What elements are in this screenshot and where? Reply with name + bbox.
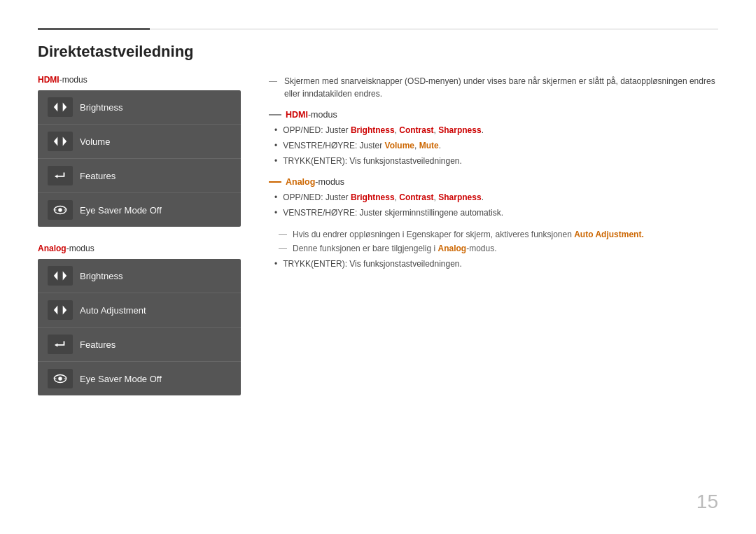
hdmi-bullet-1: OPP/NED: Juster Brightness, Contrast, Sh… [274,124,718,137]
analog-bullet-list: OPP/NED: Juster Brightness, Contrast, Sh… [274,191,718,220]
analog-auto-text: VENSTRE/HØYRE: Juster skjerminnstillinge… [283,206,503,220]
analog-bullet-2: VENSTRE/HØYRE: Juster skjerminnstillinge… [274,206,718,220]
eyesaver-icon-bg [48,200,73,220]
analog-brightness-label: Brightness [80,271,122,281]
hdmi-bullet-list: OPP/NED: Juster Brightness, Contrast, Sh… [274,124,718,169]
svg-marker-3 [63,137,67,146]
auto-adjustment-text: Auto Adjustment. [574,230,644,239]
right-analog-highlight: Analog [286,177,315,187]
svg-marker-13 [55,343,58,347]
top-note: — Skjermen med snarveisknapper (OSD-meny… [269,75,718,100]
sharpness-text: Sharpness [438,125,481,135]
hdmi-brightness-item: Brightness [38,90,241,125]
divider-light [150,29,718,29]
hdmi-volume-label: Volume [80,136,110,147]
analog-brightness-item: Brightness [38,259,241,293]
svg-point-15 [58,377,62,381]
sub-note-1: — Hvis du endrer oppløsningen i Egenskap… [279,228,718,241]
arrow-lr-icon3 [52,269,68,282]
page-number: 15 [696,491,718,513]
analog-enter-text: TRYKK(ENTER): Vis funksjonstastveilednin… [283,258,462,271]
analog-sharpness-text: Sharpness [438,192,481,202]
last-bullet-list: TRYKK(ENTER): Vis funksjonstastveilednin… [274,258,718,271]
analog-brightness-text: Brightness [351,192,395,202]
analog-eyesaver-label: Eye Saver Mode Off [80,374,162,384]
analog-brightness-icon-bg [48,266,73,286]
arrow-lr-icon2 [52,135,68,148]
analog-mode-dash [269,181,281,183]
analog-contrast-text: Contrast [399,192,433,202]
hdmi-eyesaver-item: Eye Saver Mode Off [38,193,241,227]
analog-eyesaver-icon-bg [48,369,73,388]
right-hdmi-mode-label: HDMI-modus [269,110,718,120]
enter-icon2 [52,338,68,351]
hdmi-brightness-label: Brightness [80,102,122,113]
hdmi-menu-box: Brightness Volume [38,90,241,227]
right-hdmi-highlight: HDMI [286,110,308,120]
volume-text: Volume [385,141,414,150]
volume-icon-bg [48,132,73,151]
svg-marker-0 [54,103,58,112]
content-layout: HDMI-modus Brightness [38,75,718,412]
right-analog-mode-label: Analog-modus [269,177,718,187]
svg-marker-10 [63,272,67,281]
analog-bullet-1: OPP/NED: Juster Brightness, Contrast, Sh… [274,191,718,204]
page-container: Direktetastveiledning HDMI-modus Bright [0,0,756,534]
analog-mode-label: Analog-modus [38,244,241,253]
right-analog-suffix: -modus [315,177,344,187]
svg-marker-12 [63,306,67,315]
top-dividers [38,28,718,30]
hdmi-features-item: Features [38,159,241,193]
right-hdmi-suffix: -modus [308,110,337,120]
sub-note-2: — Denne funksjonen er bare tilgjengelig … [279,242,718,255]
contrast-text: Contrast [399,125,433,135]
hdmi-volume-item: Volume [38,125,241,159]
analog-last-bullet: TRYKK(ENTER): Vis funksjonstastveilednin… [274,258,718,271]
hdmi-bullet-3: TRYKK(ENTER): Vis funksjonstastveilednin… [274,155,718,168]
analog-autoadj-label: Auto Adjustment [80,305,146,316]
analog-features-item: Features [38,328,241,362]
analog-eyesaver-item: Eye Saver Mode Off [38,362,241,395]
sub-dash-2: — [279,242,293,255]
hdmi-mode-label: HDMI-modus [38,75,241,85]
svg-marker-4 [55,174,58,178]
eye-icon2 [52,372,68,385]
hdmi-features-label: Features [80,171,115,181]
sub-dash-1: — [279,228,293,241]
analog-menu-box: Brightness Auto Adjustment [38,259,241,395]
svg-marker-9 [54,272,58,281]
right-column: — Skjermen med snarveisknapper (OSD-meny… [269,75,718,412]
hdmi-highlight: HDMI [38,75,59,85]
hdmi-enter-text: TRYKK(ENTER): Vis funksjonstastveilednin… [283,155,462,168]
analog-highlight: Analog [38,244,66,253]
arrow-lr-icon [52,101,68,113]
svg-marker-2 [54,137,58,146]
top-note-dash: — [269,75,281,87]
analog-ref-text: Analog [438,244,466,253]
top-note-text: Skjermen med snarveisknapper (OSD-menyen… [284,75,718,100]
analog-features-icon-bg [48,335,73,354]
left-column: HDMI-modus Brightness [38,75,241,412]
brightness-text: Brightness [351,125,395,135]
svg-point-6 [58,208,62,212]
hdmi-eyesaver-label: Eye Saver Mode Off [80,205,162,216]
hdmi-mode-dash [269,114,281,115]
arrow-lr-icon4 [52,304,68,316]
brightness-icon-bg [48,97,73,117]
svg-marker-11 [54,306,58,315]
analog-autoadj-item: Auto Adjustment [38,293,241,328]
analog-features-label: Features [80,339,115,350]
mute-text: Mute [419,141,439,150]
page-title: Direktetastveiledning [38,43,718,61]
divider-dark [38,28,150,30]
features-icon-bg [48,166,73,185]
enter-icon [52,169,68,182]
autoadj-icon-bg [48,300,73,320]
eye-icon [52,204,68,216]
hdmi-bullet-2: VENSTRE/HØYRE: Juster Volume, Mute. [274,139,718,153]
svg-marker-1 [63,103,67,112]
